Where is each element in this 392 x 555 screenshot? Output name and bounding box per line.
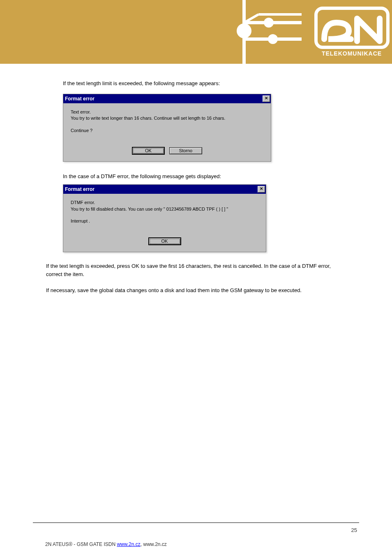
format-error-dialog-1: Format error ✕ Text error. You try to wr…	[63, 94, 271, 162]
svg-point-7	[264, 18, 274, 28]
dialog2-line3: Interrupt .	[71, 218, 260, 224]
close-icon[interactable]: ✕	[263, 95, 270, 102]
mid-text: In the case of a DTMF error, the followi…	[63, 173, 392, 179]
dialog2-body: DTMF error. You try to fill disabled cha…	[63, 194, 266, 237]
dialog1-body: Text error. You try to write text longer…	[63, 103, 271, 147]
header-banner: TELEKOMUNIKACE	[0, 0, 392, 64]
dialog1-titlebar[interactable]: Format error ✕	[63, 94, 271, 103]
dialog2-line1: DTMF error.	[71, 200, 260, 206]
dialog1-line1: Text error.	[71, 109, 265, 115]
below-paragraph-2: If necessary, save the global data chang…	[46, 286, 347, 295]
close-icon[interactable]: ✕	[258, 186, 265, 193]
logo-area: TELEKOMUNIKACE	[228, 0, 392, 64]
below-paragraph-1: If the text length is exceeded, press OK…	[46, 262, 347, 278]
intro-text: If the text length limit is exceeded, th…	[63, 80, 392, 86]
content: If the text length limit is exceeded, th…	[0, 64, 392, 295]
dialog2-title: Format error	[65, 186, 95, 192]
svg-point-6	[237, 23, 251, 38]
dialog2-buttons: OK	[63, 237, 266, 252]
dialog2-titlebar[interactable]: Format error ✕	[63, 185, 266, 194]
format-error-dialog-2: Format error ✕ DTMF error. You try to fi…	[63, 184, 266, 252]
dialog2-line2: You try to fill disabled chars. You can …	[71, 206, 260, 212]
svg-point-8	[268, 34, 278, 44]
cancel-button[interactable]: Storno	[169, 147, 202, 154]
dialog1-line3: Continue ?	[71, 128, 265, 134]
ok-button[interactable]: OK	[132, 147, 165, 155]
dialog1-buttons: OK Storno	[63, 147, 271, 161]
dialog1-title: Format error	[65, 96, 95, 102]
brand-text: TELEKOMUNIKACE	[322, 50, 382, 57]
ok-button[interactable]: OK	[148, 237, 181, 245]
dialog1-line2: You try to write text longer than 16 cha…	[71, 115, 265, 121]
